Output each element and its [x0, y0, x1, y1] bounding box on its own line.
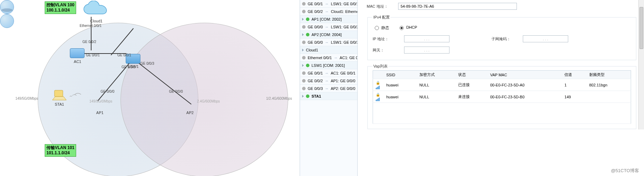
tree-node[interactable]: Cloud1: [300, 46, 357, 54]
port-label: GE 0/0/1: [117, 53, 131, 57]
th-enc[interactable]: 加密方式: [417, 71, 456, 79]
th-state[interactable]: 状态: [455, 71, 487, 79]
ac1-label: AC1: [64, 59, 92, 64]
scrollbar-vertical[interactable]: [638, 0, 644, 129]
port-label: GE 0/0/0: [169, 90, 183, 93]
vap-fieldset: Vap列表 SSID 加密方式 状态 VAP MAC 信道 射频类型 🔒huaw…: [367, 64, 636, 129]
tree-interface[interactable]: Ethernet 0/0/1 ↔ AC1: GE 0/: [300, 54, 357, 62]
mask-label: 子网掩码：: [491, 36, 523, 42]
tree-interface[interactable]: GE 0/0/2 ↔ Cloud1: Etherne: [300, 8, 357, 15]
radio-static-label: 静态: [381, 26, 389, 30]
tree-interface[interactable]: GE 0/0/3 ↔ AP2: GE 0/0/0: [300, 85, 357, 92]
device-ap2[interactable]: [0, 14, 14, 28]
svg-rect-0: [54, 90, 63, 97]
port-label: GE 0/0/2: [122, 65, 135, 69]
ipv4-legend: IPv4 配置: [373, 15, 390, 20]
config-panel: MAC 地址： IPv4 配置 静态 DHCP IP 地址： . . . 子网掩…: [360, 0, 644, 176]
th-rf[interactable]: 射频类型: [586, 71, 631, 79]
th-ssid[interactable]: SSID: [383, 71, 417, 79]
edge-label: 2.4G/600Mbps: [197, 99, 220, 103]
edge-label: 149/5G/0Mbps: [89, 99, 112, 103]
tree-interface[interactable]: GE 0/0/2 ↔ AP1: GE 0/0/0: [300, 77, 357, 85]
vap-row[interactable]: 🔒huaweiNULL已连接00-E0-FC-23-5D-A01802.11bg…: [373, 79, 631, 91]
vap-row[interactable]: 🔒huaweiNULL未连接00-E0-FC-23-5D-B0149: [373, 91, 631, 103]
mac-label: MAC 地址：: [367, 4, 398, 9]
vap-table[interactable]: SSID 加密方式 状态 VAP MAC 信道 射频类型 🔒huaweiNULL…: [373, 70, 631, 124]
ap2-label: AP2: [176, 111, 204, 115]
th-chan[interactable]: 信道: [562, 71, 586, 79]
port-label: GE 0/0/3: [140, 62, 154, 65]
port-label: GE 0/0/1: [86, 53, 100, 57]
tree-node[interactable]: AP2 [COM: 2004]: [300, 31, 357, 38]
gw-label: 网关：: [373, 48, 404, 53]
tree-node[interactable]: STA1: [300, 92, 357, 100]
cloud-label: Cloud1: [82, 19, 110, 23]
edge-label: 149/5G/0Mbps: [15, 97, 38, 100]
port-label: GE 0/0/2: [82, 40, 96, 44]
radio-dhcp-label: DHCP: [406, 25, 417, 29]
port-label: GE 0/0/0: [101, 90, 114, 93]
vlan-data-note: 传输VLAN 101 101.1.1.0/24: [45, 144, 76, 157]
edge-label: 1/2.4G/600Mbps: [266, 97, 292, 100]
device-ac1[interactable]: [70, 48, 85, 58]
tree-interface[interactable]: GE 0/0/1 ↔ AC1: GE 0/0/1: [300, 69, 357, 77]
topology-tree[interactable]: GE 0/0/1 ↔ LSW1: GE 0/0/1GE 0/0/2 ↔ Clou…: [300, 0, 358, 176]
device-ap1[interactable]: [0, 0, 14, 14]
radio-static[interactable]: [375, 26, 379, 30]
ipv4-fieldset: IPv4 配置 静态 DHCP IP 地址： . . . 子网掩码： . . .…: [367, 15, 636, 60]
topology-canvas: 控制VLAN 100 100.1.1.0/24 传输VLAN 101 101.1…: [0, 0, 300, 176]
ip-input[interactable]: . . .: [404, 35, 449, 42]
gw-input[interactable]: . . .: [404, 47, 449, 54]
tree-node[interactable]: LSW1 [COM: 2001]: [300, 62, 357, 69]
radio-dhcp[interactable]: [400, 26, 404, 30]
tree-interface[interactable]: GE 0/0/0 ↔ LSW1: GE 0/0/2: [300, 23, 357, 31]
mac-input[interactable]: [398, 3, 517, 10]
vlan-control-note: 控制VLAN 100 100.1.1.0/24: [45, 1, 76, 14]
ip-label: IP 地址：: [373, 36, 404, 42]
vap-legend: Vap列表: [373, 64, 388, 69]
mask-input[interactable]: . . .: [523, 35, 568, 42]
th-mac[interactable]: VAP MAC: [487, 71, 562, 79]
ap1-label: AP1: [86, 111, 114, 115]
tree-interface[interactable]: GE 0/0/0 ↔ LSW1: GE 0/0/3: [300, 38, 357, 46]
wifi-waves-icon: [69, 92, 83, 103]
device-sta1[interactable]: [52, 90, 67, 101]
cloud-icon[interactable]: [82, 1, 110, 18]
watermark: @51CTO博客: [611, 168, 639, 174]
tree-node[interactable]: AP1 [COM: 2002]: [300, 15, 357, 23]
tree-interface[interactable]: GE 0/0/1 ↔ LSW1: GE 0/0/1: [300, 0, 357, 8]
link-cloud-ac: [91, 17, 92, 50]
